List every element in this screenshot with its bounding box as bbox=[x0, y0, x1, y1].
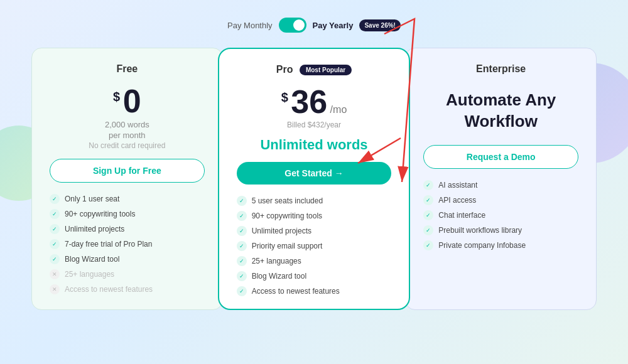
list-item: ✓ 25+ languages bbox=[237, 256, 392, 266]
check-icon: ✓ bbox=[237, 241, 247, 251]
check-icon: ✓ bbox=[237, 271, 247, 281]
check-icon: ✓ bbox=[423, 225, 433, 235]
check-icon: ✓ bbox=[423, 180, 433, 190]
list-item: ✓ Access to newest features bbox=[237, 286, 392, 296]
most-popular-badge: Most Popular bbox=[300, 65, 352, 75]
x-icon: ✕ bbox=[50, 284, 60, 294]
free-currency: $ bbox=[113, 90, 120, 104]
pay-monthly-label: Pay Monthly bbox=[227, 21, 273, 30]
pro-unlimited-words: Unlimited words bbox=[237, 137, 392, 153]
list-item: ✓ Prebuilt workflows library bbox=[423, 225, 578, 235]
pay-yearly-label: Pay Yearly bbox=[313, 21, 354, 30]
list-item: ✓ 7-day free trial of Pro Plan bbox=[50, 239, 205, 249]
list-item: ✓ 90+ copywriting tools bbox=[50, 209, 205, 219]
list-item: ✕ Access to newest features bbox=[50, 284, 205, 294]
list-item: ✓ 90+ copywriting tools bbox=[237, 211, 392, 221]
x-icon: ✕ bbox=[50, 269, 60, 279]
check-icon: ✓ bbox=[237, 226, 247, 236]
pricing-cards: Free $ 0 2,000 words per month No credit… bbox=[31, 48, 597, 310]
check-icon: ✓ bbox=[423, 210, 433, 220]
list-item: ✓ Only 1 user seat bbox=[50, 194, 205, 204]
pro-plan-card: Pro Most Popular $ 36 /mo Billed $432/ye… bbox=[218, 48, 411, 310]
free-no-credit: No credit card required bbox=[50, 141, 205, 150]
free-plan-title: Free bbox=[50, 63, 205, 75]
list-item: ✓ Unlimited projects bbox=[237, 226, 392, 236]
check-icon: ✓ bbox=[50, 194, 60, 204]
check-icon: ✓ bbox=[423, 195, 433, 205]
free-words-line1: 2,000 words bbox=[50, 120, 205, 129]
free-words-line2: per month bbox=[50, 131, 205, 140]
list-item: ✓ Blog Wizard tool bbox=[237, 271, 392, 281]
list-item: ✓ Private company Infobase bbox=[423, 240, 578, 250]
pro-currency: $ bbox=[281, 90, 288, 105]
check-icon: ✓ bbox=[237, 211, 247, 221]
pro-billed: Billed $432/year bbox=[237, 120, 392, 129]
check-icon: ✓ bbox=[237, 256, 247, 266]
check-icon: ✓ bbox=[50, 224, 60, 234]
save-badge: Save 26%! bbox=[359, 19, 400, 31]
enterprise-plan-card: Enterprise Automate Any Workflow Request… bbox=[405, 48, 597, 310]
pro-price-block: $ 36 /mo bbox=[237, 85, 392, 118]
free-amount: 0 bbox=[123, 83, 141, 119]
pro-amount: 36 bbox=[291, 83, 327, 120]
pro-period: /mo bbox=[330, 104, 347, 115]
free-price-block: $ 0 bbox=[50, 85, 205, 117]
free-cta-button[interactable]: Sign Up for Free bbox=[50, 159, 205, 183]
enterprise-plan-title: Enterprise bbox=[423, 63, 578, 75]
list-item: ✓ AI assistant bbox=[423, 180, 578, 190]
list-item: ✕ 25+ languages bbox=[50, 269, 205, 279]
enterprise-headline: Automate Any Workflow bbox=[423, 90, 578, 132]
pro-features-list: ✓ 5 user seats included ✓ 90+ copywritin… bbox=[237, 196, 392, 296]
check-icon: ✓ bbox=[237, 196, 247, 206]
check-icon: ✓ bbox=[50, 239, 60, 249]
billing-toggle[interactable] bbox=[279, 18, 306, 33]
free-plan-card: Free $ 0 2,000 words per month No credit… bbox=[31, 48, 223, 310]
pro-cta-button[interactable]: Get Started → bbox=[237, 162, 392, 185]
list-item: ✓ Priority email support bbox=[237, 241, 392, 251]
check-icon: ✓ bbox=[237, 286, 247, 296]
list-item: ✓ Chat interface bbox=[423, 210, 578, 220]
check-icon: ✓ bbox=[423, 240, 433, 250]
list-item: ✓ Unlimited projects bbox=[50, 224, 205, 234]
check-icon: ✓ bbox=[50, 254, 60, 264]
billing-toggle-row: Pay Monthly Pay Yearly Save 26%! bbox=[227, 18, 401, 33]
enterprise-cta-button[interactable]: Request a Demo bbox=[423, 145, 578, 169]
list-item: ✓ 5 user seats included bbox=[237, 196, 392, 206]
enterprise-features-list: ✓ AI assistant ✓ API access ✓ Chat inter… bbox=[423, 180, 578, 250]
list-item: ✓ API access bbox=[423, 195, 578, 205]
list-item: ✓ Blog Wizard tool bbox=[50, 254, 205, 264]
free-features-list: ✓ Only 1 user seat ✓ 90+ copywriting too… bbox=[50, 194, 205, 294]
check-icon: ✓ bbox=[50, 209, 60, 219]
pro-plan-title: Pro Most Popular bbox=[237, 64, 392, 75]
